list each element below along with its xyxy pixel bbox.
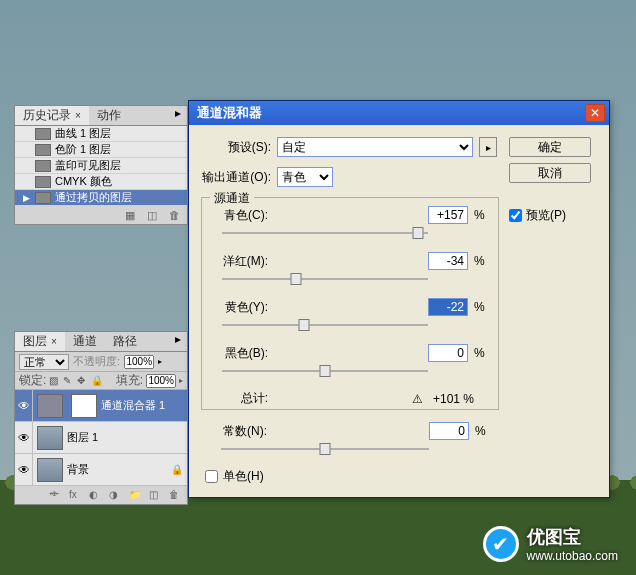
tab-channels[interactable]: 通道 <box>65 332 105 351</box>
tab-actions[interactable]: 动作 <box>89 106 129 125</box>
close-button[interactable]: ✕ <box>585 104 605 122</box>
output-channel-select[interactable]: 青色 <box>277 167 333 187</box>
layers-footer: ⬲ fx ◐ ◑ 📁 ◫ 🗑 <box>15 486 187 504</box>
percent-label: % <box>474 300 488 314</box>
layer-item[interactable]: 👁 背景 🔒 <box>15 454 187 486</box>
cyan-slider[interactable] <box>222 226 428 242</box>
opacity-input[interactable] <box>124 355 154 369</box>
tab-label: 图层 <box>23 333 47 350</box>
percent-label: % <box>474 208 488 222</box>
link-icon[interactable]: ⬲ <box>49 489 63 501</box>
layer-item[interactable]: 👁 图层 1 <box>15 422 187 454</box>
logo-icon: ✔ <box>483 526 519 562</box>
watermark: ✔ 优图宝 www.utobao.com <box>483 525 618 563</box>
tab-history[interactable]: 历史记录× <box>15 106 89 125</box>
panel-tabs: 图层× 通道 路径 ▸ <box>15 332 187 352</box>
history-item[interactable]: 盖印可见图层 <box>15 158 187 174</box>
ok-button[interactable]: 确定 <box>509 137 591 157</box>
yellow-input[interactable] <box>428 298 468 316</box>
layer-thumb[interactable] <box>37 426 63 450</box>
visibility-icon[interactable]: 👁 <box>15 422 33 453</box>
history-item[interactable]: ▶通过拷贝的图层 <box>15 190 187 206</box>
black-slider[interactable] <box>222 364 428 380</box>
dropdown-icon[interactable]: ▸ <box>158 357 162 366</box>
magenta-label: 洋红(M): <box>212 253 268 270</box>
close-icon[interactable]: × <box>51 336 57 347</box>
blend-mode-select[interactable]: 正常 <box>19 354 69 370</box>
adjustment-icon[interactable]: ◑ <box>109 489 123 501</box>
slider-thumb[interactable] <box>320 443 331 455</box>
slider-thumb[interactable] <box>299 319 310 331</box>
new-layer-icon[interactable]: ◫ <box>149 489 163 501</box>
new-doc-icon[interactable]: ◫ <box>147 209 161 221</box>
adjustment-thumb[interactable] <box>37 394 63 418</box>
tab-label: 历史记录 <box>23 107 71 124</box>
preview-checkbox[interactable] <box>509 209 522 222</box>
slider-thumb[interactable] <box>291 273 302 285</box>
preset-menu-button[interactable]: ▸ <box>479 137 497 157</box>
dialog-title: 通道混和器 <box>197 104 585 122</box>
watermark-url: www.utobao.com <box>527 549 618 563</box>
percent-label: % <box>474 346 488 360</box>
slider-thumb[interactable] <box>412 227 423 239</box>
slider-thumb[interactable] <box>320 365 331 377</box>
lock-all-icon[interactable]: 🔒 <box>91 375 103 387</box>
cancel-button[interactable]: 取消 <box>509 163 591 183</box>
fill-input[interactable] <box>146 374 176 388</box>
yellow-label: 黄色(Y): <box>212 299 268 316</box>
black-input[interactable] <box>428 344 468 362</box>
history-panel: 历史记录× 动作 ▸ 曲线 1 图层 色阶 1 图层 盖印可见图层 CMYK 颜… <box>14 105 188 225</box>
visibility-icon[interactable]: 👁 <box>15 454 33 485</box>
output-channel-label: 输出通道(O): <box>201 169 271 186</box>
history-item[interactable]: 曲线 1 图层 <box>15 126 187 142</box>
lock-icon: 🔒 <box>171 464 187 475</box>
new-snapshot-icon[interactable]: ▦ <box>125 209 139 221</box>
constant-input[interactable] <box>429 422 469 440</box>
history-list: 曲线 1 图层 色阶 1 图层 盖印可见图层 CMYK 颜色 ▶通过拷贝的图层 <box>15 126 187 206</box>
layers-panel: 图层× 通道 路径 ▸ 正常 不透明度: ▸ 锁定: ▨ ✎ ✥ 🔒 填充: ▸… <box>14 331 188 505</box>
tab-label: 路径 <box>113 333 137 350</box>
preset-label: 预设(S): <box>201 139 271 156</box>
lock-move-icon[interactable]: ✥ <box>77 375 89 387</box>
history-label: 色阶 1 图层 <box>55 142 111 157</box>
mask-thumb[interactable] <box>71 394 97 418</box>
visibility-icon[interactable]: 👁 <box>15 390 33 421</box>
delete-icon[interactable]: 🗑 <box>169 209 183 221</box>
magenta-slider[interactable] <box>222 272 428 288</box>
preset-select[interactable]: 自定 <box>277 137 473 157</box>
close-icon[interactable]: × <box>75 110 81 121</box>
layers-controls: 正常 不透明度: ▸ <box>15 352 187 372</box>
lock-pixels-icon[interactable]: ▨ <box>49 375 61 387</box>
cyan-label: 青色(C): <box>212 207 268 224</box>
titlebar[interactable]: 通道混和器 ✕ <box>189 101 609 125</box>
group-icon[interactable]: 📁 <box>129 489 143 501</box>
yellow-slider[interactable] <box>222 318 428 334</box>
history-label: CMYK 颜色 <box>55 174 112 189</box>
constant-label: 常数(N): <box>211 423 267 440</box>
dropdown-icon[interactable]: ▸ <box>179 376 183 385</box>
monochrome-label: 单色(H) <box>223 468 264 485</box>
panel-menu-icon[interactable]: ▸ <box>169 106 187 125</box>
cyan-input[interactable] <box>428 206 468 224</box>
panel-menu-icon[interactable]: ▸ <box>169 332 187 351</box>
lock-brush-icon[interactable]: ✎ <box>63 375 75 387</box>
fieldset-legend: 源通道 <box>210 190 254 207</box>
delete-icon[interactable]: 🗑 <box>169 489 183 501</box>
mask-icon[interactable]: ◐ <box>89 489 103 501</box>
layer-item[interactable]: 👁 通道混合器 1 <box>15 390 187 422</box>
history-label: 盖印可见图层 <box>55 158 121 173</box>
tab-paths[interactable]: 路径 <box>105 332 145 351</box>
history-item[interactable]: 色阶 1 图层 <box>15 142 187 158</box>
panel-tabs: 历史记录× 动作 ▸ <box>15 106 187 126</box>
layer-thumb[interactable] <box>37 458 63 482</box>
lock-label: 锁定: <box>19 372 46 389</box>
watermark-brand: 优图宝 <box>527 525 618 549</box>
tab-label: 动作 <box>97 107 121 124</box>
history-item[interactable]: CMYK 颜色 <box>15 174 187 190</box>
monochrome-checkbox[interactable] <box>205 470 218 483</box>
tab-layers[interactable]: 图层× <box>15 332 65 351</box>
history-label: 通过拷贝的图层 <box>55 190 132 205</box>
magenta-input[interactable] <box>428 252 468 270</box>
constant-slider[interactable] <box>221 442 429 458</box>
fx-icon[interactable]: fx <box>69 489 83 501</box>
